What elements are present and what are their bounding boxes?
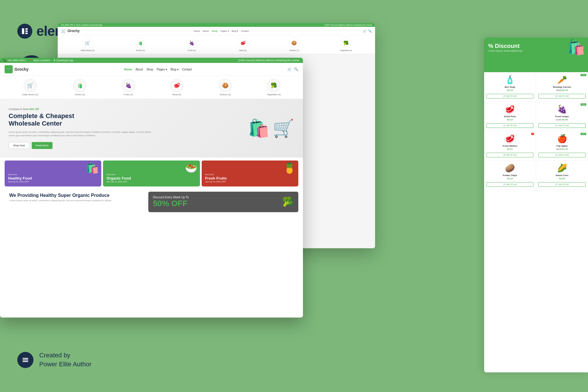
mutton-img: 🥩: [486, 134, 533, 143]
cat-drinks[interactable]: 🧃 Drinks (3): [73, 79, 87, 96]
grape-img: 🍇: [538, 104, 586, 114]
read-more-button[interactable]: Read More: [32, 142, 53, 149]
carrots-name: Brastagi Carrots: [538, 86, 586, 88]
grape-price: $1.99 $0.89: [538, 118, 586, 121]
deal-emoji-1: 🛍️: [86, 162, 99, 174]
deal-fruits[interactable]: Best Deal Fresh Fruits Get Up To 25% OFF…: [202, 160, 298, 186]
cat-vegetable[interactable]: 🥦 Vegetable (4): [267, 79, 281, 96]
svg-rect-5: [23, 360, 28, 361]
corn-cart[interactable]: 🛒 Add To Cart: [538, 182, 586, 187]
potato-cart[interactable]: 🛒 Add To Cart: [486, 182, 533, 187]
rs-product-grid: 🧴 Bee Soap $3.19 🛒 Add To Cart 50% 🥕 Bra…: [484, 72, 588, 190]
cat-snacks[interactable]: 🍪 Snacks (3): [219, 79, 232, 96]
deal-cards: Best Deal Healthy Food Get Up To 10% OFF…: [0, 158, 303, 189]
product-brastagi-carrots: 50% 🥕 Brastagi Carrots $6.98 $0.78 🛒 Add…: [536, 72, 588, 102]
bee-soap-name: Bee Soap: [486, 86, 533, 88]
apple-price: $2.49 $1.49: [538, 148, 586, 150]
front-categories: 🛒 Daily Needs (3) 🧃 Drinks (3) 🍇 Fruits …: [0, 76, 303, 99]
carrots-badge: 50%: [580, 74, 586, 76]
cat-meat[interactable]: 🥩 Meat (3): [170, 79, 183, 96]
discount-label: Discount Every Week Up To: [153, 196, 189, 199]
nav-shop[interactable]: Shop: [147, 68, 153, 71]
search-icon[interactable]: 🔍: [294, 67, 298, 71]
author-text: Created by Power Elite Author: [39, 351, 91, 369]
corn-price: $1.85: [538, 177, 586, 180]
mutton-name: Fresh Mutton: [486, 145, 533, 147]
svg-rect-0: [22, 28, 24, 34]
carrots-cart[interactable]: 🛒 Add To Cart: [538, 94, 586, 98]
logo-icon: 🛒: [5, 65, 13, 73]
back-nav: 🛒 Grochy HomeAboutShop Pages ▾Blog ▾Cont…: [58, 27, 375, 35]
dried-pork-cart[interactable]: 🛒 Add To Cart: [486, 123, 533, 128]
hero-title: Complete & Cheapest Wholesale Center: [9, 112, 151, 128]
back-categories: 🛒Daily Needs (3) 🧃Drinks (3) 🍇Fruits (4)…: [58, 35, 375, 54]
front-nav: 🛒 Grochy Home About Shop Pages ▾ Blog ▾ …: [0, 63, 303, 76]
back-topbar-right: (100% Secure) delivery without contactin…: [324, 24, 372, 26]
phone: 📞 +62-2964-349-1: [3, 59, 26, 62]
section-heading: We Providing Healthy Super Organic Produ…: [5, 189, 145, 199]
grape-badge: 33%: [580, 103, 586, 106]
deal-discount-2: Get Up To 15% OFF: [106, 180, 196, 183]
apple-cart[interactable]: 🛒 Add To Cart: [538, 153, 586, 157]
hero-image: 🛍️🛒: [248, 118, 294, 139]
discount-percent: 50% OFF: [153, 199, 189, 208]
grape-cart[interactable]: 🛒 Add To Cart: [538, 123, 586, 128]
cat-daily[interactable]: 🛒 Daily Needs (3): [22, 79, 38, 96]
nav-action-icons[interactable]: 🛒 🔍: [287, 67, 298, 71]
nav-blog[interactable]: Blog ▾: [171, 68, 179, 71]
dried-pork-img: 🥩: [486, 104, 533, 114]
deal-organic[interactable]: Best Deal Organic Food Get Up To 15% OFF…: [103, 160, 200, 186]
logo-text: Grochy: [14, 67, 29, 72]
dried-pork-price: $4.15: [486, 118, 533, 121]
corn-name: Sweet Corn: [538, 174, 586, 177]
deal-title-2: Organic Food: [106, 176, 196, 180]
shop-now-button[interactable]: Shop Now: [9, 142, 29, 149]
app: ⬇ Download App: [53, 59, 73, 62]
product-potato: 🥔 Potato Chips $2.10 🛒 Add To Cart: [484, 160, 536, 190]
nav-contact[interactable]: Contact: [182, 68, 192, 71]
svg-rect-3: [25, 33, 28, 34]
author-section: Created by Power Elite Author: [17, 351, 199, 369]
grape-name: Fresh Grape: [538, 115, 586, 118]
carrots-img: 🥕: [538, 75, 586, 85]
svg-rect-4: [23, 358, 28, 359]
browser-front: 📞 +62-2964-349-1 📍 Store Location ⬇ Down…: [0, 58, 303, 318]
mutton-price: $3.21: [486, 148, 533, 150]
hero-section: Compare & Save 30% Off Complete & Cheape…: [0, 99, 303, 158]
nav-about[interactable]: About: [135, 68, 143, 71]
apple-img: 🍎: [538, 134, 586, 143]
back-topbar-left: +62-2964-349-1 Store Location Download A…: [61, 24, 102, 26]
bee-soap-cart[interactable]: 🛒 Add To Cart: [486, 94, 533, 98]
front-nav-links[interactable]: Home About Shop Pages ▾ Blog ▾ Contact: [124, 68, 192, 71]
back-logo: 🛒 Grochy: [61, 29, 80, 33]
deal-tag-2: Best Deal: [106, 173, 196, 176]
hero-buttons[interactable]: Shop Now Read More: [9, 142, 151, 149]
topbar-left: 📞 +62-2964-349-1 📍 Store Location ⬇ Down…: [3, 59, 73, 62]
deal-emoji-3: 🍍: [283, 162, 296, 174]
cat-fruits[interactable]: 🍇 Fruits (4): [122, 79, 135, 96]
hero-desc: Lorem ipsum dolor sit amet, consectetur …: [9, 130, 151, 137]
cart-icon[interactable]: 🛒: [287, 67, 292, 71]
deal-emoji-2: 🥗: [185, 162, 198, 174]
svg-rect-6: [23, 361, 28, 362]
elementor-icon: [17, 24, 32, 39]
nav-home[interactable]: Home: [124, 68, 132, 71]
deal-tag-1: Best Deal: [8, 173, 98, 176]
deal-discount-3: Get Up To 25% OFF: [205, 180, 295, 183]
nav-pages[interactable]: Pages ▾: [157, 68, 167, 71]
potato-img: 🥔: [486, 163, 533, 173]
product-dried-pork: 🥩 Dried Pork $4.15 🛒 Add To Cart: [484, 102, 536, 131]
product-corn: 🌽 Sweet Corn $1.85 🛒 Add To Cart: [536, 160, 588, 190]
location: 📍 Store Location: [29, 59, 50, 62]
deal-healthy[interactable]: Best Deal Healthy Food Get Up To 10% OFF…: [5, 160, 101, 186]
mutton-cart[interactable]: 🛒 Add To Cart: [486, 153, 533, 157]
bee-soap-price: $3.19: [486, 89, 533, 92]
rs-hero-banner: % Discount Lorem ipsum amet adipiscing. …: [484, 38, 588, 72]
svg-rect-2: [25, 30, 28, 32]
apple-badge: 62%: [580, 133, 586, 135]
hero-subtitle: Compare & Save 30% Off: [9, 108, 151, 111]
deal-title-3: Fresh Fruits: [205, 176, 295, 180]
deal-discount-1: Get Up To 10% OFF: [8, 180, 98, 183]
deal-title-1: Healthy Food: [8, 176, 98, 180]
svg-rect-1: [25, 28, 28, 30]
